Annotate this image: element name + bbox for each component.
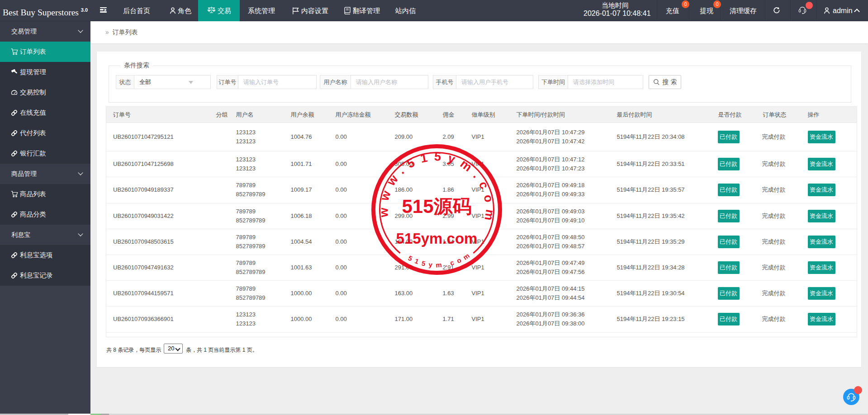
svg-text:515源码: 515源码: [402, 196, 471, 217]
svg-text:515ym.com: 515ym.com: [396, 230, 478, 247]
